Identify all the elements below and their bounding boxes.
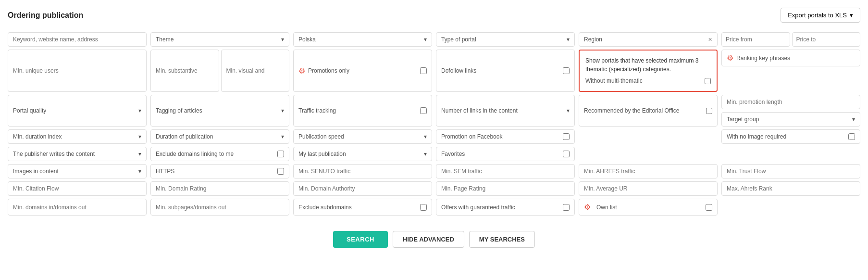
min-substantive-input[interactable] [150,50,219,92]
min-senuto-traffic-input[interactable] [293,164,432,178]
chevron-down-icon: ▾ [424,151,427,157]
without-multi-thematic-checkbox[interactable] [705,78,711,84]
portal-quality-select[interactable]: Portal quality ▾ [8,95,147,127]
chevron-down-icon: ▾ [281,36,284,43]
min-citation-flow-input[interactable] [8,181,147,196]
filter-row-7 [8,181,860,196]
max-ahrefs-rank-input[interactable] [721,181,860,196]
publisher-writes-select[interactable]: The publisher writes the content ▾ [8,147,147,161]
min-content-pair [150,50,289,92]
min-promotion-length-input[interactable] [721,95,860,109]
target-group-select[interactable]: Target group ▾ [721,112,860,127]
min-average-ur-input[interactable] [579,181,718,196]
chevron-down-icon: ▾ [281,107,284,114]
chevron-down-icon: ▾ [424,36,427,43]
type-portal-select[interactable]: Type of portal ▾ [436,32,575,47]
with-no-image-checkbox[interactable] [848,133,855,140]
https-checkbox[interactable] [277,168,284,175]
page-title: Ordering publication [8,11,83,20]
traffic-tracking-checkbox[interactable] [420,107,427,114]
traffic-tracking-filter[interactable]: Traffic tracking [293,95,432,127]
chevron-down-icon: ▾ [138,168,141,175]
filter-row-1: Theme ▾ Polska ▾ Type of portal ▾ Region… [8,32,860,47]
my-last-publication-select[interactable]: My last publication ▾ [293,147,432,161]
chevron-down-icon: ▾ [138,151,141,157]
promotions-only-checkbox[interactable] [420,67,427,74]
own-list-filter[interactable]: ⚙ Own list [579,199,718,216]
chevron-down-icon: ▾ [138,107,141,114]
theme-select[interactable]: Theme ▾ [150,32,289,47]
offers-guaranteed-filter[interactable]: Offers with guaranteed traffic [436,199,575,216]
promotions-only-filter[interactable]: ⚙ Promotions only [293,50,432,92]
tagging-articles-select[interactable]: Tagging of articles ▾ [150,95,289,127]
min-domain-rating-input[interactable] [150,181,289,196]
multi-thematic-tooltip: Show portals that have selected maximum … [579,50,718,92]
chevron-down-icon: ▾ [852,116,855,123]
export-button[interactable]: Export portals to XLS ▾ [781,8,860,23]
hide-advanced-button[interactable]: HIDE ADVANCED [393,231,464,248]
chevron-down-icon: ▾ [281,133,284,140]
spacer-row5-1 [579,147,718,161]
min-subpages-input[interactable] [150,199,289,216]
my-searches-button[interactable]: MY SEARCHES [469,231,535,248]
spacer-row4 [579,129,718,144]
exclude-subdomains-filter[interactable]: Exclude subdomains [293,199,432,216]
tooltip-text: Show portals that have selected maximum … [585,56,711,74]
filter-row-8: Exclude subdomains Offers with guarantee… [8,199,860,216]
chevron-down-icon: ▾ [424,133,427,140]
min-domains-in-input[interactable] [8,199,147,216]
images-in-content-select[interactable]: Images in content ▾ [8,164,147,178]
exclude-subdomains-checkbox[interactable] [420,204,427,211]
close-icon[interactable]: ✕ [708,37,712,43]
min-visual-input[interactable] [221,50,290,92]
https-filter[interactable]: HTTPS [150,164,289,178]
own-list-checkbox[interactable] [706,204,712,211]
min-trust-flow-input[interactable] [721,164,860,178]
promotions-gear-icon[interactable]: ⚙ [298,66,305,76]
min-domain-authority-input[interactable] [293,181,432,196]
publication-speed-select[interactable]: Publication speed ▾ [293,129,432,144]
spacer-row8 [721,199,860,216]
exclude-domains-checkbox[interactable] [277,151,284,157]
favorites-checkbox[interactable] [563,151,570,157]
min-ahrefs-traffic-input[interactable] [579,164,718,178]
number-links-select[interactable]: Number of links in the content ▾ [436,95,575,127]
ranking-gear-icon[interactable]: ⚙ [727,53,733,63]
duration-publication-select[interactable]: Duration of publication ▾ [150,129,289,144]
exclude-domains-filter[interactable]: Exclude domains linking to me [150,147,289,161]
recommended-checkbox[interactable] [706,108,712,114]
region-select[interactable]: Region ✕ [579,32,718,47]
filter-row-3: Portal quality ▾ Tagging of articles ▾ T… [8,95,860,127]
price-range [721,32,860,47]
filter-row-6: Images in content ▾ HTTPS [8,164,860,178]
with-no-image-filter[interactable]: With no image required [721,129,860,144]
offers-guaranteed-checkbox[interactable] [563,204,570,211]
min-duration-index-select[interactable]: Min. duration index ▾ [8,129,147,144]
own-list-gear-icon[interactable]: ⚙ [584,203,591,212]
promotion-facebook-checkbox[interactable] [563,133,570,140]
spacer-row5-2 [721,147,860,161]
min-sem-traffic-input[interactable] [436,164,575,178]
filter-row-4: Min. duration index ▾ Duration of public… [8,129,860,144]
chevron-down-icon: ▾ [850,12,853,19]
ranking-key-phrases-filter[interactable]: ⚙ Ranking key phrases [721,50,860,66]
dofollow-links-checkbox[interactable] [563,67,570,74]
chevron-down-icon: ▾ [567,36,570,43]
without-multi-thematic-row[interactable]: Without multi-thematic [585,76,711,85]
min-unique-users-input[interactable] [8,50,147,92]
dofollow-links-filter[interactable]: Dofollow links [436,50,575,92]
right-col-row3: Target group ▾ [721,95,860,127]
search-button[interactable]: SEARCH [333,231,388,248]
page-header: Ordering publication Export portals to X… [8,8,860,23]
promotion-facebook-filter[interactable]: Promotion on Facebook [436,129,575,144]
polska-select[interactable]: Polska ▾ [293,32,432,47]
price-from-input[interactable] [721,32,790,47]
search-actions: SEARCH HIDE ADVANCED MY SEARCHES [8,225,860,254]
recommended-filter[interactable]: Recommended by the Editorial Office [579,95,718,127]
price-to-input[interactable] [792,32,861,47]
keyword-input[interactable] [8,32,147,47]
min-page-rating-input[interactable] [436,181,575,196]
right-col-row2: ⚙ Ranking key phrases [721,50,860,92]
favorites-filter[interactable]: Favorites [436,147,575,161]
filter-row-5: The publisher writes the content ▾ Exclu… [8,147,860,161]
